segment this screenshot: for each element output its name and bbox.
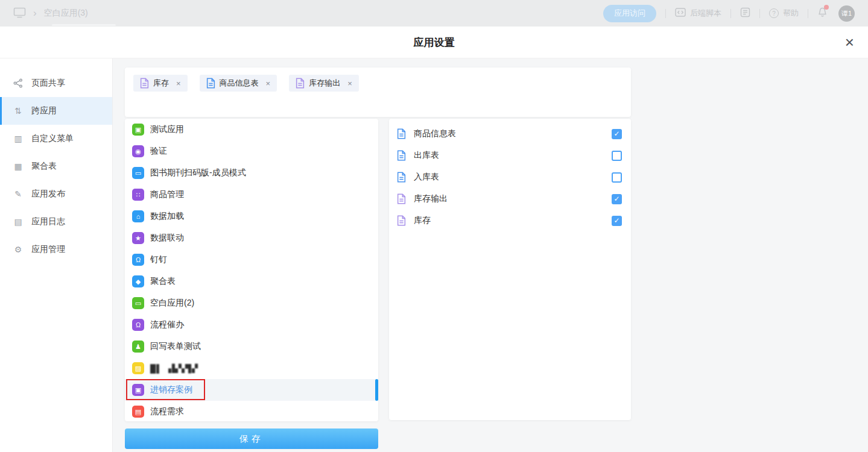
app-list-item[interactable]: Ω流程催办	[125, 314, 378, 336]
sidebar-item-app-manage[interactable]: ⚙应用管理	[0, 236, 112, 263]
form-doc-icon	[397, 193, 406, 204]
help-icon: ?	[769, 8, 779, 18]
save-button[interactable]: 保存	[125, 428, 378, 449]
form-list-item[interactable]: 库存输出✓	[389, 188, 631, 210]
app-list-item[interactable]: Ω钉钉	[125, 249, 378, 271]
app-icon: ⌂	[132, 210, 144, 222]
topbar-divider	[808, 9, 808, 18]
app-icon: Ω	[132, 319, 144, 331]
form-checkbox[interactable]	[612, 172, 622, 183]
app-icon: ∷	[132, 189, 144, 201]
form-list-item[interactable]: 商品信息表✓	[389, 123, 631, 145]
help-label: 帮助	[783, 8, 799, 19]
tag-label: 库存输出	[309, 78, 340, 89]
tag-remove-icon[interactable]: ×	[347, 79, 352, 88]
app-label: 商品管理	[150, 189, 184, 200]
form-label: 入库表	[414, 172, 439, 183]
app-icon: ▣	[132, 124, 144, 136]
scrollbar-thumb[interactable]	[375, 379, 378, 401]
app-label: 钉钉	[150, 254, 167, 265]
app-icon: Ω	[132, 254, 144, 266]
app-label: 流程需求	[150, 406, 184, 417]
form-checkbox[interactable]	[612, 151, 622, 161]
sidebar-item-custom-menu[interactable]: ▥自定义菜单	[0, 125, 112, 152]
app-list-item[interactable]: ▨█▌ ▗▙▚▜▞	[125, 357, 378, 379]
app-list-item[interactable]: ◉验证	[125, 140, 378, 162]
app-label: 聚合表	[150, 276, 176, 287]
form-checkbox[interactable]: ✓	[612, 216, 622, 226]
form-checkbox[interactable]: ✓	[612, 194, 622, 204]
app-list-item[interactable]: ▣进销存案例	[125, 379, 378, 401]
help-button[interactable]: ? 帮助	[769, 8, 799, 19]
gear-icon: ⚙	[13, 245, 24, 254]
app-label: 数据加载	[150, 211, 184, 222]
sidebar-item-cross-app[interactable]: ⇅跨应用	[0, 97, 112, 125]
app-label: 测试应用	[150, 124, 184, 135]
cross-app-icon: ⇅	[13, 106, 24, 116]
notification-bell-icon[interactable]	[817, 7, 828, 20]
app-icon: ▭	[132, 297, 144, 309]
settings-sidebar: 页面共享⇅跨应用▥自定义菜单▦聚合表✎应用发布▤应用日志⚙应用管理	[0, 58, 113, 452]
sidebar-item-page-share[interactable]: 页面共享	[0, 69, 112, 97]
sidebar-item-aggregate-table[interactable]: ▦聚合表	[0, 152, 112, 180]
selected-tag-chip: 库存输出×	[289, 75, 359, 92]
breadcrumb[interactable]: 空白应用(3)	[44, 8, 88, 19]
sidebar-item-app-log[interactable]: ▤应用日志	[0, 208, 112, 236]
form-checkbox[interactable]: ✓	[612, 129, 622, 139]
modal-title: 应用设置	[0, 27, 868, 58]
app-list-item[interactable]: ▭图书期刊扫码版-成员模式	[125, 162, 378, 184]
sidebar-item-label: 应用日志	[31, 216, 65, 227]
app-icon: ▣	[132, 384, 144, 396]
publish-icon: ✎	[13, 189, 24, 199]
backend-script-button[interactable]: 后端脚本	[675, 8, 721, 19]
app-list-item[interactable]: ◆聚合表	[125, 271, 378, 292]
app-label: 进销存案例	[150, 385, 192, 395]
backend-script-label: 后端脚本	[690, 8, 721, 19]
form-label: 库存	[414, 215, 431, 226]
app-icon: ★	[132, 232, 144, 244]
sidebar-item-label: 跨应用	[31, 105, 57, 116]
contacts-button[interactable]	[740, 7, 750, 19]
form-doc-icon	[206, 78, 215, 89]
tag-label: 商品信息表	[220, 78, 259, 89]
app-icon: ♟	[132, 341, 144, 353]
close-icon: ×	[845, 33, 854, 51]
app-list-item[interactable]: ∷商品管理	[125, 184, 378, 206]
app-list-panel: ▣测试应用◉验证▭图书期刊扫码版-成员模式∷商品管理⌂数据加载★数据联动Ω钉钉◆…	[125, 119, 378, 421]
sidebar-item-app-publish[interactable]: ✎应用发布	[0, 180, 112, 208]
close-button[interactable]: ×	[845, 33, 854, 52]
selected-tag-chip: 库存×	[133, 75, 188, 92]
sidebar-item-label: 应用发布	[31, 189, 65, 199]
tag-remove-icon[interactable]: ×	[266, 79, 271, 88]
form-list-item[interactable]: 出库表	[389, 145, 631, 166]
selected-tag-chip: 商品信息表×	[200, 75, 277, 92]
tag-remove-icon[interactable]: ×	[176, 79, 181, 88]
app-icon: ◆	[132, 275, 144, 287]
app-list-item[interactable]: ▭空白应用(2)	[125, 292, 378, 314]
app-icon: ▤	[132, 406, 144, 418]
window-icon	[13, 7, 26, 20]
form-doc-icon	[397, 128, 406, 139]
app-list-item[interactable]: ⌂数据加载	[125, 206, 378, 227]
selected-tags-panel: 库存×商品信息表×库存输出×	[125, 67, 631, 117]
app-list-item[interactable]: ▤流程需求	[125, 401, 378, 421]
form-list-item[interactable]: 入库表	[389, 166, 631, 188]
app-list-item[interactable]: ★数据联动	[125, 227, 378, 249]
modal-header: 应用设置 ×	[0, 27, 868, 58]
app-list-item[interactable]: ▣测试应用	[125, 119, 378, 140]
form-doc-icon	[397, 172, 406, 183]
app-list-item[interactable]: ♟回写表单测试	[125, 336, 378, 357]
form-list-item[interactable]: 库存✓	[389, 210, 631, 231]
topbar-divider	[759, 9, 760, 18]
app-label: 验证	[150, 146, 167, 157]
user-avatar[interactable]: 谭1	[838, 5, 855, 22]
app-access-button[interactable]: 应用访问	[603, 5, 656, 22]
app-label: █▌ ▗▙▚▜▞	[150, 364, 198, 373]
code-icon	[675, 8, 686, 19]
form-list-panel: 商品信息表✓出库表入库表库存输出✓库存✓	[389, 119, 631, 420]
form-label: 出库表	[414, 150, 439, 161]
breadcrumb-active-indicator	[52, 24, 116, 26]
share-icon	[13, 78, 24, 88]
notification-dot	[824, 5, 829, 10]
log-icon: ▤	[13, 217, 24, 227]
